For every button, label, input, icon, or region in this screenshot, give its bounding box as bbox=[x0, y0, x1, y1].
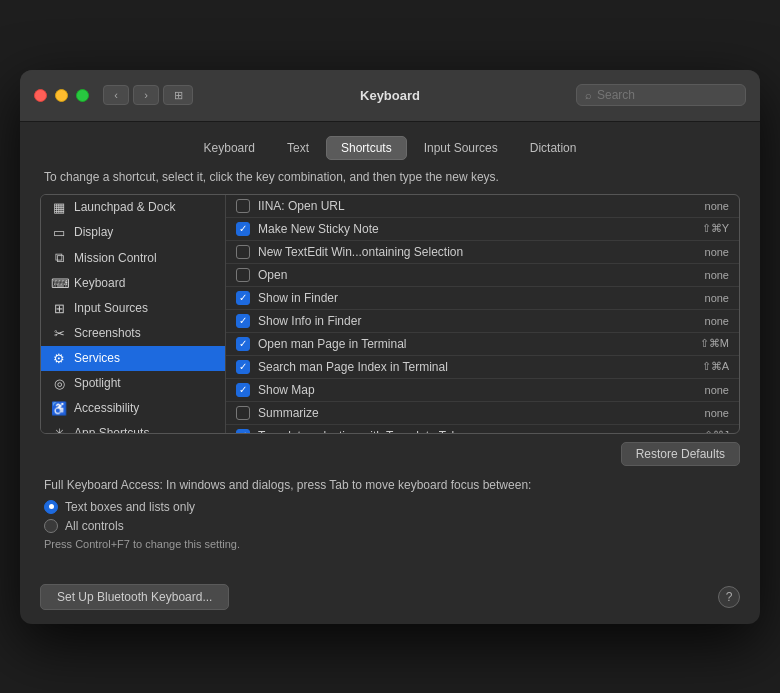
main-panel: ▦ Launchpad & Dock ▭ Display ⧉ Mission C… bbox=[40, 194, 740, 434]
sidebar-item-label: Launchpad & Dock bbox=[74, 200, 175, 214]
titlebar: ‹ › ⊞ Keyboard ⌕ bbox=[20, 70, 760, 122]
radio-text-boxes[interactable] bbox=[44, 500, 58, 514]
maximize-button[interactable] bbox=[76, 89, 89, 102]
shortcut-checkbox[interactable]: ✓ bbox=[236, 291, 250, 305]
close-button[interactable] bbox=[34, 89, 47, 102]
shortcut-row[interactable]: ✓ Search man Page Index in Terminal ⇧⌘A bbox=[226, 356, 739, 379]
shortcut-checkbox[interactable]: ✓ bbox=[236, 383, 250, 397]
shortcut-key: none bbox=[679, 315, 729, 327]
tab-input-sources[interactable]: Input Sources bbox=[409, 136, 513, 160]
shortcut-checkbox[interactable] bbox=[236, 245, 250, 259]
content-area: To change a shortcut, select it, click t… bbox=[20, 170, 760, 570]
shortcut-name: Open man Page in Terminal bbox=[258, 337, 671, 351]
sidebar-item-input-sources[interactable]: ⊞ Input Sources bbox=[41, 296, 225, 321]
traffic-lights bbox=[34, 89, 89, 102]
launchpad-icon: ▦ bbox=[51, 200, 67, 215]
shortcut-checkbox[interactable]: ✓ bbox=[236, 360, 250, 374]
shortcut-row[interactable]: ✓ Open man Page in Terminal ⇧⌘M bbox=[226, 333, 739, 356]
shortcut-checkbox[interactable]: ✓ bbox=[236, 337, 250, 351]
shortcut-row[interactable]: ✓ Make New Sticky Note ⇧⌘Y bbox=[226, 218, 739, 241]
shortcut-name: Show in Finder bbox=[258, 291, 671, 305]
shortcut-name: New TextEdit Win...ontaining Selection bbox=[258, 245, 671, 259]
radio-all-controls[interactable] bbox=[44, 519, 58, 533]
shortcut-list: IINA: Open URL none ✓ Make New Sticky No… bbox=[226, 195, 739, 433]
sidebar-item-label: Spotlight bbox=[74, 376, 121, 390]
shortcut-key: none bbox=[679, 269, 729, 281]
keyboard-access-section: Full Keyboard Access: In windows and dia… bbox=[40, 478, 740, 550]
sidebar-item-keyboard[interactable]: ⌨ Keyboard bbox=[41, 271, 225, 296]
forward-button[interactable]: › bbox=[133, 85, 159, 105]
minimize-button[interactable] bbox=[55, 89, 68, 102]
shortcut-row[interactable]: Summarize none bbox=[226, 402, 739, 425]
shortcut-row[interactable]: ✓ Translate selection with Translate Tab… bbox=[226, 425, 739, 433]
shortcut-key: none bbox=[679, 292, 729, 304]
instruction-text: To change a shortcut, select it, click t… bbox=[40, 170, 740, 184]
shortcut-key: ⇧⌘M bbox=[679, 337, 729, 350]
radio-label-text-boxes: Text boxes and lists only bbox=[65, 500, 195, 514]
shortcut-key: ⇧⌘A bbox=[679, 360, 729, 373]
shortcut-checkbox[interactable]: ✓ bbox=[236, 222, 250, 236]
keyboard-icon: ⌨ bbox=[51, 276, 67, 291]
search-input[interactable] bbox=[597, 88, 737, 102]
restore-row: Restore Defaults bbox=[40, 434, 740, 474]
help-button[interactable]: ? bbox=[718, 586, 740, 608]
shortcut-name: Summarize bbox=[258, 406, 671, 420]
sidebar-item-launchpad[interactable]: ▦ Launchpad & Dock bbox=[41, 195, 225, 220]
shortcut-row[interactable]: ✓ Show in Finder none bbox=[226, 287, 739, 310]
shortcut-checkbox[interactable]: ✓ bbox=[236, 429, 250, 433]
radio-dot bbox=[49, 504, 54, 509]
keyboard-window: ‹ › ⊞ Keyboard ⌕ Keyboard Text Shortcuts… bbox=[20, 70, 760, 624]
shortcut-checkbox[interactable] bbox=[236, 268, 250, 282]
bluetooth-keyboard-button[interactable]: Set Up Bluetooth Keyboard... bbox=[40, 584, 229, 610]
shortcut-row[interactable]: New TextEdit Win...ontaining Selection n… bbox=[226, 241, 739, 264]
shortcut-key: none bbox=[679, 407, 729, 419]
sidebar-item-label: Services bbox=[74, 351, 120, 365]
shortcut-checkbox[interactable]: ✓ bbox=[236, 314, 250, 328]
display-icon: ▭ bbox=[51, 225, 67, 240]
shortcut-name: Translate selection with Translate Tab bbox=[258, 429, 671, 433]
shortcut-name: Show Map bbox=[258, 383, 671, 397]
shortcut-name: IINA: Open URL bbox=[258, 199, 671, 213]
shortcut-name: Make New Sticky Note bbox=[258, 222, 671, 236]
sidebar-item-screenshots[interactable]: ✂ Screenshots bbox=[41, 321, 225, 346]
hint-text: Press Control+F7 to change this setting. bbox=[44, 538, 736, 550]
spotlight-icon: ◎ bbox=[51, 376, 67, 391]
sidebar-item-services[interactable]: ⚙ Services bbox=[41, 346, 225, 371]
shortcut-name: Show Info in Finder bbox=[258, 314, 671, 328]
mission-control-icon: ⧉ bbox=[51, 250, 67, 266]
back-button[interactable]: ‹ bbox=[103, 85, 129, 105]
search-box[interactable]: ⌕ bbox=[576, 84, 746, 106]
accessibility-icon: ♿ bbox=[51, 401, 67, 416]
shortcut-checkbox[interactable] bbox=[236, 199, 250, 213]
sidebar-item-spotlight[interactable]: ◎ Spotlight bbox=[41, 371, 225, 396]
grid-button[interactable]: ⊞ bbox=[163, 85, 193, 105]
shortcut-checkbox[interactable] bbox=[236, 406, 250, 420]
shortcut-row[interactable]: ✓ Show Map none bbox=[226, 379, 739, 402]
sidebar: ▦ Launchpad & Dock ▭ Display ⧉ Mission C… bbox=[41, 195, 226, 433]
shortcut-row[interactable]: ✓ Show Info in Finder none bbox=[226, 310, 739, 333]
shortcut-key: none bbox=[679, 246, 729, 258]
shortcut-row[interactable]: IINA: Open URL none bbox=[226, 195, 739, 218]
sidebar-item-label: App Shortcuts bbox=[74, 426, 149, 433]
shortcut-key: ⇧⌘J bbox=[679, 429, 729, 433]
keyboard-access-title: Full Keyboard Access: In windows and dia… bbox=[44, 478, 736, 492]
sidebar-item-display[interactable]: ▭ Display bbox=[41, 220, 225, 245]
tab-text[interactable]: Text bbox=[272, 136, 324, 160]
radio-row-all-controls[interactable]: All controls bbox=[44, 519, 736, 533]
shortcut-key: none bbox=[679, 200, 729, 212]
tab-shortcuts[interactable]: Shortcuts bbox=[326, 136, 407, 160]
radio-row-text-boxes[interactable]: Text boxes and lists only bbox=[44, 500, 736, 514]
screenshots-icon: ✂ bbox=[51, 326, 67, 341]
shortcut-row[interactable]: Open none bbox=[226, 264, 739, 287]
sidebar-item-mission-control[interactable]: ⧉ Mission Control bbox=[41, 245, 225, 271]
services-icon: ⚙ bbox=[51, 351, 67, 366]
radio-label-all-controls: All controls bbox=[65, 519, 124, 533]
sidebar-item-app-shortcuts[interactable]: ✳ App Shortcuts bbox=[41, 421, 225, 433]
tab-dictation[interactable]: Dictation bbox=[515, 136, 592, 160]
sidebar-item-label: Display bbox=[74, 225, 113, 239]
sidebar-item-accessibility[interactable]: ♿ Accessibility bbox=[41, 396, 225, 421]
app-shortcuts-icon: ✳ bbox=[51, 426, 67, 433]
restore-defaults-button[interactable]: Restore Defaults bbox=[621, 442, 740, 466]
tab-keyboard[interactable]: Keyboard bbox=[189, 136, 270, 160]
shortcut-name: Search man Page Index in Terminal bbox=[258, 360, 671, 374]
